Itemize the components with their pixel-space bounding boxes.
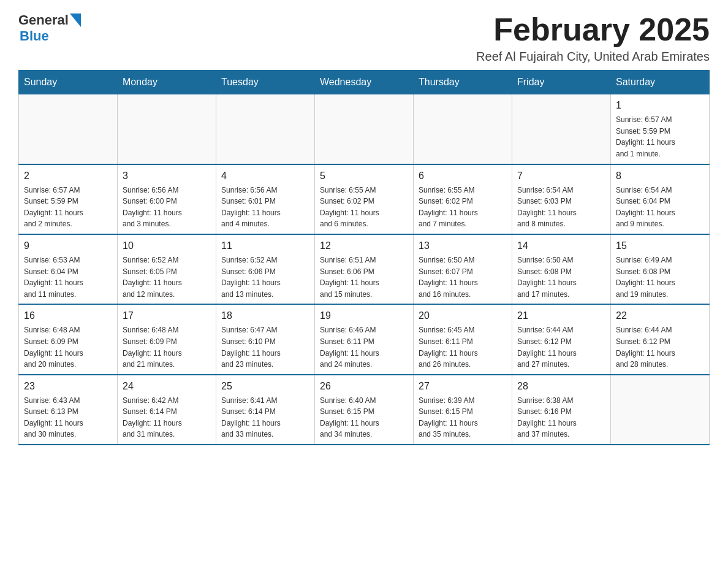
day-number: 7 [517, 169, 605, 183]
calendar-cell: 15Sunrise: 6:49 AM Sunset: 6:08 PM Dayli… [611, 234, 710, 304]
calendar-cell [414, 94, 512, 164]
day-number: 20 [419, 308, 507, 323]
calendar-cell: 20Sunrise: 6:45 AM Sunset: 6:11 PM Dayli… [414, 304, 512, 374]
weekday-header-monday: Monday [118, 71, 216, 94]
day-info: Sunrise: 6:52 AM Sunset: 6:06 PM Dayligh… [221, 255, 309, 300]
day-info: Sunrise: 6:42 AM Sunset: 6:14 PM Dayligh… [123, 395, 211, 440]
calendar-cell: 13Sunrise: 6:50 AM Sunset: 6:07 PM Dayli… [414, 234, 512, 304]
calendar-body: 1Sunrise: 6:57 AM Sunset: 5:59 PM Daylig… [19, 94, 710, 445]
calendar-cell: 28Sunrise: 6:38 AM Sunset: 6:16 PM Dayli… [512, 375, 611, 445]
day-info: Sunrise: 6:46 AM Sunset: 6:11 PM Dayligh… [320, 324, 408, 370]
day-number: 16 [24, 308, 112, 323]
calendar-cell: 18Sunrise: 6:47 AM Sunset: 6:10 PM Dayli… [216, 304, 315, 374]
day-info: Sunrise: 6:49 AM Sunset: 6:08 PM Dayligh… [616, 255, 704, 300]
day-number: 18 [221, 308, 309, 323]
calendar-cell [118, 94, 216, 164]
calendar-cell: 21Sunrise: 6:44 AM Sunset: 6:12 PM Dayli… [512, 304, 611, 374]
calendar-week-3: 9Sunrise: 6:53 AM Sunset: 6:04 PM Daylig… [19, 234, 710, 304]
calendar-cell: 3Sunrise: 6:56 AM Sunset: 6:00 PM Daylig… [118, 164, 216, 234]
logo-general-text: General [18, 12, 69, 28]
calendar-cell: 16Sunrise: 6:48 AM Sunset: 6:09 PM Dayli… [19, 304, 118, 374]
calendar-cell: 2Sunrise: 6:57 AM Sunset: 5:59 PM Daylig… [19, 164, 118, 234]
day-info: Sunrise: 6:54 AM Sunset: 6:04 PM Dayligh… [616, 185, 704, 230]
title-block: February 2025 Reef Al Fujairah City, Uni… [476, 12, 710, 64]
calendar-cell: 8Sunrise: 6:54 AM Sunset: 6:04 PM Daylig… [611, 164, 710, 234]
calendar-cell [611, 375, 710, 445]
day-info: Sunrise: 6:51 AM Sunset: 6:06 PM Dayligh… [320, 255, 408, 300]
weekday-header-sunday: Sunday [19, 71, 118, 94]
calendar-cell: 25Sunrise: 6:41 AM Sunset: 6:14 PM Dayli… [216, 375, 315, 445]
day-info: Sunrise: 6:45 AM Sunset: 6:11 PM Dayligh… [419, 324, 507, 370]
day-number: 25 [221, 379, 309, 394]
day-number: 2 [24, 169, 112, 183]
day-info: Sunrise: 6:55 AM Sunset: 6:02 PM Dayligh… [419, 185, 507, 230]
weekday-header-thursday: Thursday [414, 71, 512, 94]
day-number: 5 [320, 169, 408, 183]
page-header: General Blue February 2025 Reef Al Fujai… [18, 12, 710, 64]
calendar-cell: 24Sunrise: 6:42 AM Sunset: 6:14 PM Dayli… [118, 375, 216, 445]
day-info: Sunrise: 6:44 AM Sunset: 6:12 PM Dayligh… [616, 324, 704, 370]
day-info: Sunrise: 6:50 AM Sunset: 6:07 PM Dayligh… [419, 255, 507, 300]
day-info: Sunrise: 6:47 AM Sunset: 6:10 PM Dayligh… [221, 324, 309, 370]
calendar-cell [512, 94, 611, 164]
day-number: 19 [320, 308, 408, 323]
weekday-header-wednesday: Wednesday [315, 71, 414, 94]
calendar-cell: 26Sunrise: 6:40 AM Sunset: 6:15 PM Dayli… [315, 375, 414, 445]
day-number: 6 [419, 169, 507, 183]
day-info: Sunrise: 6:50 AM Sunset: 6:08 PM Dayligh… [517, 255, 605, 300]
calendar-cell: 1Sunrise: 6:57 AM Sunset: 5:59 PM Daylig… [611, 94, 710, 164]
day-number: 26 [320, 379, 408, 394]
day-info: Sunrise: 6:52 AM Sunset: 6:05 PM Dayligh… [123, 255, 211, 300]
calendar-cell: 12Sunrise: 6:51 AM Sunset: 6:06 PM Dayli… [315, 234, 414, 304]
day-number: 3 [123, 169, 211, 183]
day-info: Sunrise: 6:38 AM Sunset: 6:16 PM Dayligh… [517, 395, 605, 440]
day-number: 15 [616, 239, 704, 253]
calendar-cell: 14Sunrise: 6:50 AM Sunset: 6:08 PM Dayli… [512, 234, 611, 304]
weekday-header-saturday: Saturday [611, 71, 710, 94]
weekday-header-tuesday: Tuesday [216, 71, 315, 94]
calendar-table: SundayMondayTuesdayWednesdayThursdayFrid… [18, 70, 710, 445]
day-info: Sunrise: 6:55 AM Sunset: 6:02 PM Dayligh… [320, 185, 408, 230]
calendar-cell [19, 94, 118, 164]
page-title: February 2025 [476, 12, 710, 47]
day-number: 14 [517, 239, 605, 253]
day-info: Sunrise: 6:56 AM Sunset: 6:01 PM Dayligh… [221, 185, 309, 230]
calendar-header: SundayMondayTuesdayWednesdayThursdayFrid… [19, 71, 710, 94]
day-number: 23 [24, 379, 112, 394]
day-info: Sunrise: 6:54 AM Sunset: 6:03 PM Dayligh… [517, 185, 605, 230]
svg-marker-0 [70, 13, 81, 27]
weekday-header-friday: Friday [512, 71, 611, 94]
day-number: 21 [517, 308, 605, 323]
calendar-cell: 9Sunrise: 6:53 AM Sunset: 6:04 PM Daylig… [19, 234, 118, 304]
day-number: 10 [123, 239, 211, 253]
calendar-cell: 7Sunrise: 6:54 AM Sunset: 6:03 PM Daylig… [512, 164, 611, 234]
day-info: Sunrise: 6:41 AM Sunset: 6:14 PM Dayligh… [221, 395, 309, 440]
calendar-week-5: 23Sunrise: 6:43 AM Sunset: 6:13 PM Dayli… [19, 375, 710, 445]
day-info: Sunrise: 6:44 AM Sunset: 6:12 PM Dayligh… [517, 324, 605, 370]
day-info: Sunrise: 6:57 AM Sunset: 5:59 PM Dayligh… [616, 114, 704, 159]
day-number: 11 [221, 239, 309, 253]
day-number: 13 [419, 239, 507, 253]
weekday-header-row: SundayMondayTuesdayWednesdayThursdayFrid… [19, 71, 710, 94]
calendar-week-1: 1Sunrise: 6:57 AM Sunset: 5:59 PM Daylig… [19, 94, 710, 164]
day-number: 22 [616, 308, 704, 323]
day-info: Sunrise: 6:40 AM Sunset: 6:15 PM Dayligh… [320, 395, 408, 440]
day-number: 28 [517, 379, 605, 394]
calendar-cell: 11Sunrise: 6:52 AM Sunset: 6:06 PM Dayli… [216, 234, 315, 304]
day-number: 12 [320, 239, 408, 253]
logo: General Blue [18, 12, 81, 44]
day-info: Sunrise: 6:57 AM Sunset: 5:59 PM Dayligh… [24, 185, 112, 230]
day-number: 9 [24, 239, 112, 253]
logo-blue-text: Blue [20, 28, 49, 44]
calendar-cell [216, 94, 315, 164]
calendar-cell: 22Sunrise: 6:44 AM Sunset: 6:12 PM Dayli… [611, 304, 710, 374]
page-subtitle: Reef Al Fujairah City, United Arab Emira… [476, 50, 710, 64]
day-info: Sunrise: 6:53 AM Sunset: 6:04 PM Dayligh… [24, 255, 112, 300]
calendar-cell: 6Sunrise: 6:55 AM Sunset: 6:02 PM Daylig… [414, 164, 512, 234]
calendar-cell: 5Sunrise: 6:55 AM Sunset: 6:02 PM Daylig… [315, 164, 414, 234]
day-number: 24 [123, 379, 211, 394]
calendar-cell: 17Sunrise: 6:48 AM Sunset: 6:09 PM Dayli… [118, 304, 216, 374]
day-number: 4 [221, 169, 309, 183]
calendar-cell: 4Sunrise: 6:56 AM Sunset: 6:01 PM Daylig… [216, 164, 315, 234]
day-info: Sunrise: 6:48 AM Sunset: 6:09 PM Dayligh… [24, 324, 112, 370]
